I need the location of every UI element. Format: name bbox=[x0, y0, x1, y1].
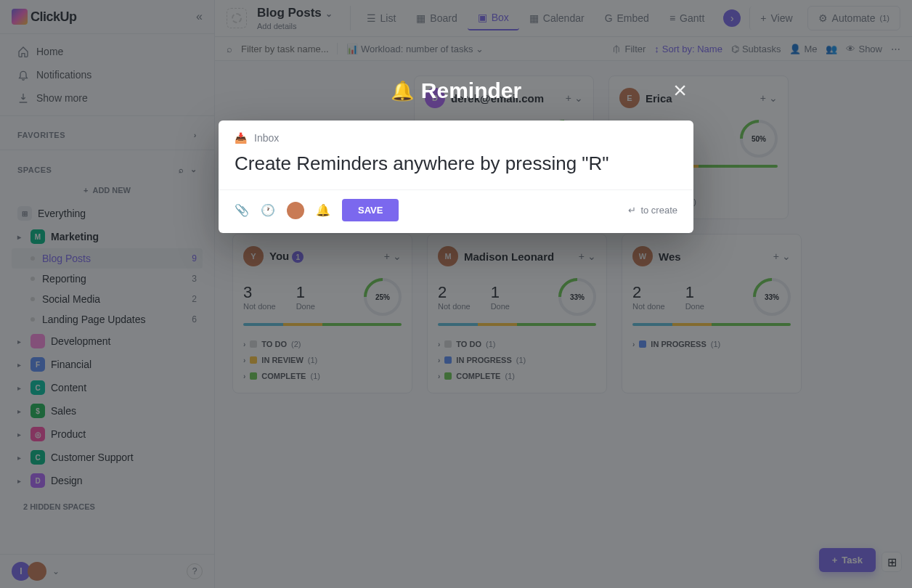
create-hint: ↵to create bbox=[628, 205, 677, 216]
save-button[interactable]: SAVE bbox=[342, 199, 399, 221]
notify-icon[interactable]: 🔔 bbox=[316, 203, 330, 217]
assignee-avatar[interactable] bbox=[287, 202, 304, 219]
reminder-modal: 📥Inbox Create Reminders anywhere by pres… bbox=[219, 121, 693, 233]
modal-footer: 📎 🕐 🔔 SAVE ↵to create bbox=[219, 189, 693, 233]
attachment-icon[interactable]: 📎 bbox=[235, 203, 249, 217]
inbox-icon: 📥 bbox=[235, 132, 247, 144]
clock-icon[interactable]: 🕐 bbox=[261, 203, 275, 217]
close-modal-button[interactable]: × bbox=[673, 77, 687, 104]
modal-inbox-row[interactable]: 📥Inbox bbox=[219, 121, 693, 144]
bell-emoji-icon: 🔔 bbox=[391, 80, 414, 102]
modal-title: 🔔Reminder bbox=[391, 78, 521, 103]
reminder-input[interactable]: Create Reminders anywhere by pressing "R… bbox=[219, 144, 693, 189]
modal-overlay[interactable]: × 🔔Reminder 📥Inbox Create Reminders anyw… bbox=[0, 0, 912, 588]
return-icon: ↵ bbox=[628, 205, 636, 216]
